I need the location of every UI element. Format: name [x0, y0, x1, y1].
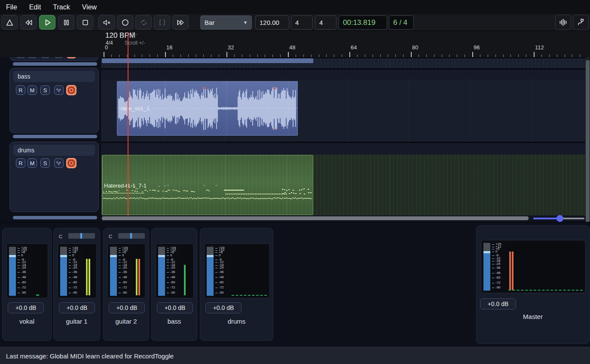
track-s-button[interactable]: S — [40, 158, 50, 168]
fader-db-button[interactable]: +0.0 dB — [109, 302, 145, 313]
db-scale-label: -48 — [170, 276, 175, 279]
track-s-button[interactable]: S — [40, 85, 50, 95]
track-record-arm-button[interactable] — [66, 158, 76, 168]
mute-button[interactable] — [98, 15, 115, 30]
fader-db-button[interactable]: +0.0 dB — [205, 302, 242, 313]
db-scale-label: -24 — [21, 266, 26, 270]
mixer-strip-Master[interactable]: +29+12+60-6-12-18-24-36-48-60-72-90+0.0 … — [476, 225, 590, 344]
db-scale-tick — [119, 277, 121, 278]
play-button[interactable] — [39, 15, 55, 30]
ruler-tick — [111, 55, 112, 57]
db-scale-label: 0 — [122, 254, 124, 257]
stop-button[interactable] — [77, 15, 93, 30]
db-scale-label: -72 — [219, 286, 224, 289]
channel-fader[interactable] — [60, 245, 67, 297]
metronome-button[interactable] — [1, 15, 18, 30]
meter-peak-line — [232, 295, 267, 296]
channel-fader[interactable] — [110, 245, 117, 297]
ruler-tick — [572, 55, 572, 57]
rewind-button[interactable] — [20, 15, 37, 30]
db-scale-tick — [69, 255, 71, 256]
channel-fader[interactable] — [207, 245, 214, 297]
db-scale-tick — [167, 282, 169, 283]
track-m-button[interactable]: M — [28, 85, 37, 95]
pan-slider[interactable] — [118, 233, 145, 239]
track-card-drums[interactable]: drumsRMS — [9, 142, 99, 212]
audio-region[interactable]: race_ss1_1 — [117, 81, 298, 136]
fader-db-button[interactable]: +0.0 dB — [8, 302, 44, 313]
pan-slider-thumb[interactable] — [80, 233, 82, 239]
ruler-bar-number: 16 — [166, 44, 172, 51]
track-m-button[interactable]: M — [28, 158, 37, 168]
horizontal-scrollbar[interactable] — [102, 216, 529, 220]
track-wave-button[interactable] — [54, 158, 64, 168]
menu-item-file[interactable]: File — [6, 3, 17, 11]
menu-item-view[interactable]: View — [82, 3, 97, 11]
timeline-ruler[interactable]: 120 BPM R- 4/4 Scroll +/- 01632486480961… — [0, 30, 590, 57]
vertical-scrollbar-thumb[interactable] — [586, 60, 590, 222]
mixer-strip-guitar-1[interactable]: C+29+12+60-6-12-18-24-36-48-60-72-90+0.0… — [53, 228, 100, 341]
time-display[interactable]: 00:13.819 — [339, 15, 387, 30]
pause-button[interactable] — [58, 15, 74, 30]
db-scale-label: 0 — [21, 254, 23, 257]
track-name-field[interactable]: drums — [13, 145, 95, 156]
meter-peak-line — [508, 290, 583, 291]
pan-slider[interactable] — [68, 233, 95, 239]
track-lane-partial-grid[interactable] — [101, 63, 585, 68]
db-scale-tick — [492, 255, 494, 256]
track-card-bass[interactable]: bassRMS — [9, 68, 99, 133]
mixer-strip-bass[interactable]: +29+12+60-6-12-18-24-36-48-60-72-90+0.0 … — [151, 228, 197, 341]
bar-beat-display[interactable]: 6 / 4 — [389, 15, 414, 30]
record-button[interactable] — [117, 15, 133, 30]
fader-db-button[interactable]: +0.0 dB — [480, 298, 516, 309]
db-scale-label: -72 — [495, 281, 501, 285]
patchbay-button[interactable] — [573, 15, 589, 30]
track-record-arm-button[interactable] — [66, 85, 76, 95]
db-scale-tick — [18, 288, 20, 288]
mixer-strip-drums[interactable]: +29+12+60-6-12-18-24-36-48-60-72-90+0.0 … — [200, 228, 273, 341]
region-sliver[interactable] — [102, 58, 313, 63]
menu-item-edit[interactable]: Edit — [29, 3, 41, 11]
playhead[interactable] — [128, 32, 128, 216]
beat-unit-field[interactable]: 4 — [315, 15, 336, 30]
track-r-button[interactable]: R — [16, 85, 25, 95]
fader-db-button[interactable]: +0.0 dB — [59, 302, 95, 313]
channel-fader[interactable] — [158, 245, 165, 297]
track-lane-partial[interactable] — [101, 58, 585, 63]
audio-levels-button[interactable] — [555, 15, 571, 30]
midi-region[interactable]: Hatered-t1-1_7-1 — [102, 155, 313, 215]
bpm-field[interactable]: 120.00 — [255, 15, 289, 30]
db-scale-tick — [119, 282, 121, 283]
punch-button[interactable] — [154, 15, 170, 30]
db-scale-tick — [215, 277, 217, 278]
db-scale-tick — [215, 288, 217, 288]
track-name-field[interactable]: bass — [13, 71, 95, 82]
pan-slider-thumb[interactable] — [130, 233, 132, 239]
snap-mode-select[interactable]: Bar ▼ — [200, 15, 252, 30]
mixer-strip-guitar-2[interactable]: C+29+12+60-6-12-18-24-36-48-60-72-90+0.0… — [103, 228, 149, 341]
db-scale-label: -90 — [21, 291, 26, 294]
db-scale-tick — [119, 265, 121, 266]
menu-item-track[interactable]: Track — [53, 3, 70, 11]
channel-fader[interactable] — [483, 242, 490, 291]
zoom-slider-handle[interactable] — [556, 215, 563, 222]
lane-gap — [101, 70, 585, 79]
ruler-tick — [296, 55, 296, 57]
beats-per-bar-field[interactable]: 4 — [291, 15, 313, 30]
track-wave-button[interactable] — [54, 85, 64, 95]
db-scale-tick — [215, 293, 217, 293]
db-scale-tick — [18, 265, 20, 266]
forward-button[interactable] — [172, 15, 189, 30]
db-scale-tick — [215, 268, 217, 268]
channel-fader[interactable] — [9, 245, 16, 297]
loop-button[interactable] — [135, 15, 152, 30]
fader-db-button[interactable]: +0.0 dB — [157, 302, 193, 313]
midi-region-name: Hatered-t1-1_7-1 — [104, 182, 147, 189]
meter-bar — [86, 259, 88, 295]
ruler-tick — [488, 55, 488, 57]
time-display-value: 00:13.819 — [343, 18, 376, 27]
db-scale-tick — [215, 282, 217, 283]
track-r-button[interactable]: R — [16, 158, 25, 168]
db-scale-tick — [492, 283, 494, 283]
mixer-strip-vokal[interactable]: +29+12+60-6-12-18-24-36-48-60-72-90+0.0 … — [2, 228, 52, 341]
